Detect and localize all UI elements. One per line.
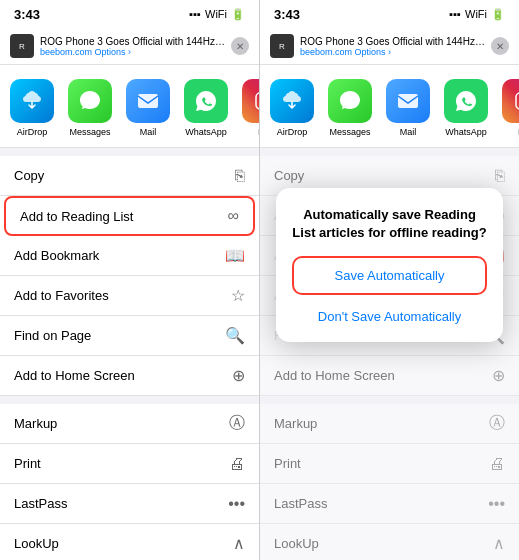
divider-right-1 xyxy=(260,396,519,404)
svg-rect-1 xyxy=(256,93,259,109)
menu-lookup-left[interactable]: LookUp ∧ xyxy=(0,524,259,560)
reading-list-popup: Automatically save Reading List articles… xyxy=(276,188,503,342)
markup-icon-left: Ⓐ xyxy=(229,413,245,434)
battery-icon: 🔋 xyxy=(231,8,245,21)
browser-title-right: ROG Phone 3 Goes Official with 144Hz D..… xyxy=(300,36,485,47)
favorites-icon-left: ☆ xyxy=(231,286,245,305)
left-panel: 3:43 ▪▪▪ WiFi 🔋 R ROG Phone 3 Goes Offic… xyxy=(0,0,259,560)
menu-home-screen-left[interactable]: Add to Home Screen ⊕ xyxy=(0,356,259,396)
apps-row-left: AirDrop Messages Mail WhatsApp Ins xyxy=(0,65,259,148)
browser-title-area-right: ROG Phone 3 Goes Official with 144Hz D..… xyxy=(300,36,485,57)
apps-row-right: AirDrop Messages Mail WhatsApp Ins xyxy=(260,65,519,148)
app-ins-left[interactable]: Ins xyxy=(242,79,259,137)
find-icon-left: 🔍 xyxy=(225,326,245,345)
menu-favorites-left[interactable]: Add to Favorites ☆ xyxy=(0,276,259,316)
app-airdrop-left[interactable]: AirDrop xyxy=(10,79,54,137)
right-panel: 3:43 ▪▪▪ WiFi 🔋 R ROG Phone 3 Goes Offic… xyxy=(260,0,519,560)
svg-rect-0 xyxy=(138,94,158,108)
ins-icon xyxy=(242,79,259,123)
menu-bookmark-left[interactable]: Add Bookmark 📖 xyxy=(0,236,259,276)
mail-label-left: Mail xyxy=(140,127,157,137)
status-bar-left: 3:43 ▪▪▪ WiFi 🔋 xyxy=(0,0,259,28)
print-icon-right: 🖨 xyxy=(489,455,505,473)
menu-markup-left[interactable]: Markup Ⓐ xyxy=(0,404,259,444)
whatsapp-icon-right xyxy=(444,79,488,123)
mail-icon-right xyxy=(386,79,430,123)
wifi-icon-right: WiFi xyxy=(465,8,487,20)
app-mail-right[interactable]: Mail xyxy=(386,79,430,137)
airdrop-label-left: AirDrop xyxy=(17,127,48,137)
menu-print-left[interactable]: Print 🖨 xyxy=(0,444,259,484)
whatsapp-icon xyxy=(184,79,228,123)
browser-options-left[interactable]: Options › xyxy=(95,47,132,57)
app-messages-left[interactable]: Messages xyxy=(68,79,112,137)
menu-lastpass-left[interactable]: LastPass ••• xyxy=(0,484,259,524)
app-whatsapp-left[interactable]: WhatsApp xyxy=(184,79,228,137)
menu-lastpass-right[interactable]: LastPass ••• xyxy=(260,484,519,524)
reading-list-icon-left: ∞ xyxy=(228,207,239,225)
favicon-left: R xyxy=(10,34,34,58)
bookmark-icon-left: 📖 xyxy=(225,246,245,265)
status-icons-left: ▪▪▪ WiFi 🔋 xyxy=(189,8,245,21)
app-whatsapp-right[interactable]: WhatsApp xyxy=(444,79,488,137)
home-screen-icon-right: ⊕ xyxy=(492,366,505,385)
browser-bar-left[interactable]: R ROG Phone 3 Goes Official with 144Hz D… xyxy=(0,28,259,65)
home-screen-icon-left: ⊕ xyxy=(232,366,245,385)
messages-icon xyxy=(68,79,112,123)
browser-options-right[interactable]: Options › xyxy=(355,47,392,57)
battery-icon-right: 🔋 xyxy=(491,8,505,21)
airdrop-label-right: AirDrop xyxy=(277,127,308,137)
ins-label-left: Ins xyxy=(258,127,259,137)
messages-label-right: Messages xyxy=(329,127,370,137)
browser-bar-right[interactable]: R ROG Phone 3 Goes Official with 144Hz D… xyxy=(260,28,519,65)
airdrop-icon xyxy=(10,79,54,123)
save-automatically-button[interactable]: Save Automatically xyxy=(292,256,487,295)
lastpass-icon-right: ••• xyxy=(488,495,505,513)
browser-title-area-left: ROG Phone 3 Goes Official with 144Hz D..… xyxy=(40,36,225,57)
browser-domain-left: beebom.com xyxy=(40,47,92,57)
print-icon-left: 🖨 xyxy=(229,455,245,473)
menu-lookup-right[interactable]: LookUp ∧ xyxy=(260,524,519,560)
whatsapp-label-right: WhatsApp xyxy=(445,127,487,137)
app-airdrop-right[interactable]: AirDrop xyxy=(270,79,314,137)
browser-url-left: beebom.com Options › xyxy=(40,47,225,57)
messages-icon-right xyxy=(328,79,372,123)
browser-title-left: ROG Phone 3 Goes Official with 144Hz D..… xyxy=(40,36,225,47)
messages-label-left: Messages xyxy=(69,127,110,137)
menu-home-screen-right[interactable]: Add to Home Screen ⊕ xyxy=(260,356,519,396)
status-icons-right: ▪▪▪ WiFi 🔋 xyxy=(449,8,505,21)
browser-url-right: beebom.com Options › xyxy=(300,47,485,57)
svg-rect-4 xyxy=(398,94,418,108)
divider-left-1 xyxy=(0,396,259,404)
menu-markup-right[interactable]: Markup Ⓐ xyxy=(260,404,519,444)
menu-copy-left[interactable]: Copy ⎘ xyxy=(0,156,259,196)
signal-icon-right: ▪▪▪ xyxy=(449,8,461,20)
wifi-icon: WiFi xyxy=(205,8,227,20)
lookup-icon-left: ∧ xyxy=(233,534,245,553)
app-messages-right[interactable]: Messages xyxy=(328,79,372,137)
browser-close-right[interactable]: ✕ xyxy=(491,37,509,55)
menu-find-left[interactable]: Find on Page 🔍 xyxy=(0,316,259,356)
menu-list-left: Copy ⎘ Add to Reading List ∞ Add Bookmar… xyxy=(0,156,259,560)
lookup-icon-right: ∧ xyxy=(493,534,505,553)
browser-domain-right: beebom.com xyxy=(300,47,352,57)
lastpass-icon-left: ••• xyxy=(228,495,245,513)
copy-icon-right: ⎘ xyxy=(495,167,505,185)
markup-icon-right: Ⓐ xyxy=(489,413,505,434)
airdrop-icon-right xyxy=(270,79,314,123)
mail-icon xyxy=(126,79,170,123)
ins-icon-right xyxy=(502,79,519,123)
whatsapp-label-left: WhatsApp xyxy=(185,127,227,137)
status-bar-right: 3:43 ▪▪▪ WiFi 🔋 xyxy=(260,0,519,28)
copy-icon-left: ⎘ xyxy=(235,167,245,185)
signal-icon: ▪▪▪ xyxy=(189,8,201,20)
menu-reading-list-left[interactable]: Add to Reading List ∞ xyxy=(4,196,255,236)
status-time-left: 3:43 xyxy=(14,7,40,22)
menu-print-right[interactable]: Print 🖨 xyxy=(260,444,519,484)
status-time-right: 3:43 xyxy=(274,7,300,22)
dont-save-automatically-button[interactable]: Don't Save Automatically xyxy=(292,303,487,330)
app-ins-right[interactable]: Ins xyxy=(502,79,519,137)
popup-title: Automatically save Reading List articles… xyxy=(292,206,487,242)
app-mail-left[interactable]: Mail xyxy=(126,79,170,137)
browser-close-left[interactable]: ✕ xyxy=(231,37,249,55)
